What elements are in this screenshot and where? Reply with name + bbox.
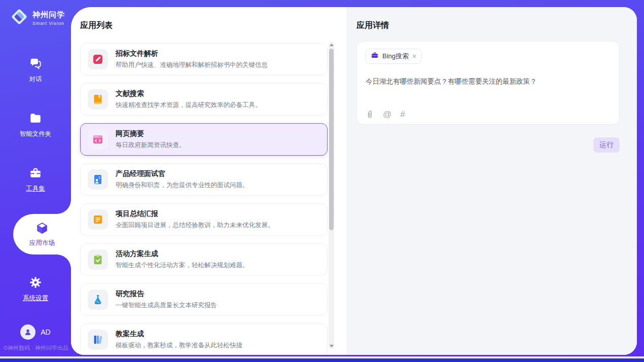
pencil-square-icon	[88, 49, 108, 69]
app-card-desc: 每日政府新闻资讯快查。	[116, 141, 186, 150]
cube-icon	[35, 222, 49, 237]
books-icon	[88, 330, 108, 350]
app-card-title: 教案生成	[116, 330, 242, 339]
bottom-bar	[0, 358, 644, 362]
app-card-desc: 一键智能生成高质量长文本研究报告	[116, 301, 217, 310]
book-icon	[88, 89, 108, 110]
app-card[interactable]: 项目总结汇报 全面回顾项目进展，总结经验教训，助力未来优化发展。	[80, 203, 328, 236]
paperclip-icon[interactable]	[365, 110, 374, 120]
app-list-title: 应用列表	[80, 20, 113, 31]
gear-icon	[29, 276, 42, 291]
list-scrollbar[interactable]	[329, 42, 334, 349]
app-card-desc: 模板驱动，教案秒成，教学准备从此轻松快捷	[116, 341, 242, 350]
app-detail-panel: 应用详情 Bing搜索 × 今日湖北有哪些新闻要点？有哪些需要关注的最新政策？ …	[346, 7, 637, 355]
memo-icon	[88, 209, 108, 230]
scroll-down-icon[interactable]	[329, 343, 334, 349]
app-card-list: 招标文件解析 帮助用户快速、准确地理解和解析招标书中的关键信息 文献搜索 快速精…	[80, 43, 328, 355]
app-card-desc: 智能生成个性化活动方案，轻松解决规划难题。	[116, 261, 249, 270]
clipboard-check-icon	[88, 249, 108, 270]
app-card-title: 招标文件解析	[116, 49, 268, 58]
app-card-desc: 全面回顾项目进展，总结经验教训，助力未来优化发展。	[116, 221, 274, 230]
sidebar-item[interactable]: 对话	[0, 57, 71, 89]
sidebar-footer: ©神州数码 · 神州问学出品	[4, 344, 71, 352]
app-card-desc: 帮助用户快速、准确地理解和解析招标书中的关键信息	[116, 61, 268, 69]
app-card-desc: 明确身份和职责，为您提供专业性的面试问题。	[116, 181, 249, 190]
interview-icon	[88, 169, 108, 190]
app-card-title: 产品经理面试官	[116, 169, 249, 178]
toolbox-icon	[29, 166, 42, 182]
app-card-title: 活动方案生成	[116, 249, 249, 259]
sidebar-item[interactable]: 应用市场	[13, 214, 71, 255]
sidebar-item[interactable]: 工具集	[0, 166, 71, 199]
person-icon	[23, 328, 32, 337]
app-card[interactable]: 文献搜索 快速精准查找学术资源，提高研究效率的必备工具。	[80, 83, 328, 116]
briefcase-icon	[371, 51, 379, 61]
query-input[interactable]: 今日湖北有哪些新闻要点？有哪些需要关注的最新政策？	[366, 77, 609, 86]
sidebar-item-label: 系统设置	[23, 294, 48, 303]
content-area: 应用列表 招标文件解析 帮助用户快速、准确地理解和解析招标书中的关键信息 文献搜…	[71, 7, 637, 355]
sidebar-item[interactable]: 智能文件夹	[0, 112, 71, 144]
research-icon	[88, 289, 108, 310]
app-card-title: 网页摘要	[116, 129, 186, 138]
tool-tag-label: Bing搜索	[382, 52, 409, 61]
app-detail-card: Bing搜索 × 今日湖北有哪些新闻要点？有哪些需要关注的最新政策？ @#	[356, 41, 620, 125]
user-name: AD	[41, 328, 50, 336]
at-icon[interactable]: @	[383, 110, 391, 120]
app-card-desc: 快速精准查找学术资源，提高研究效率的必备工具。	[116, 101, 262, 110]
hash-icon[interactable]: #	[400, 110, 405, 120]
scrollbar-thumb[interactable]	[329, 49, 334, 230]
app-card[interactable]: 产品经理面试官 明确身份和职责，为您提供专业性的面试问题。	[80, 163, 328, 196]
sidebar-item-label: 工具集	[26, 185, 45, 193]
close-icon[interactable]: ×	[412, 53, 416, 60]
app-card[interactable]: 活动方案生成 智能生成个性化活动方案，轻松解决规划难题。	[80, 243, 328, 276]
app-card[interactable]: 教案生成 模板驱动，教案秒成，教学准备从此轻松快捷	[80, 323, 328, 355]
sidebar-item[interactable]: 系统设置	[0, 276, 71, 308]
app-card-title: 文献搜索	[116, 89, 262, 98]
sidebar-item-label: 应用市场	[29, 239, 55, 247]
browser-code-icon	[88, 129, 108, 150]
app-detail-title: 应用详情	[356, 20, 389, 31]
sidebar-item-label: 智能文件夹	[20, 130, 52, 138]
user-row[interactable]: AD	[0, 324, 71, 340]
run-button[interactable]: 运行	[593, 137, 620, 153]
sidebar-item-label: 对话	[29, 75, 42, 84]
app-card-title: 研究报告	[116, 289, 217, 299]
app-list-panel: 应用列表 招标文件解析 帮助用户快速、准确地理解和解析招标书中的关键信息 文献搜…	[71, 7, 346, 355]
avatar[interactable]	[20, 324, 35, 340]
sidebar: 神州问学 Smart Vision 对话 智能文件夹 工具集 应用市场 系统设置	[0, 0, 71, 356]
chat-icon	[29, 57, 42, 72]
scroll-up-icon[interactable]	[329, 42, 334, 48]
app-card[interactable]: 研究报告 一键智能生成高质量长文本研究报告	[80, 283, 328, 316]
app-card[interactable]: 招标文件解析 帮助用户快速、准确地理解和解析招标书中的关键信息	[80, 43, 328, 76]
folder-icon	[29, 112, 42, 127]
app-card-title: 项目总结汇报	[116, 209, 274, 219]
attachment-toolbar: @#	[365, 110, 405, 120]
app-card[interactable]: 网页摘要 每日政府新闻资讯快查。	[80, 123, 328, 156]
sidebar-nav: 对话 智能文件夹 工具集 应用市场 系统设置	[0, 0, 71, 356]
tool-tag-bing-search[interactable]: Bing搜索 ×	[365, 49, 422, 64]
